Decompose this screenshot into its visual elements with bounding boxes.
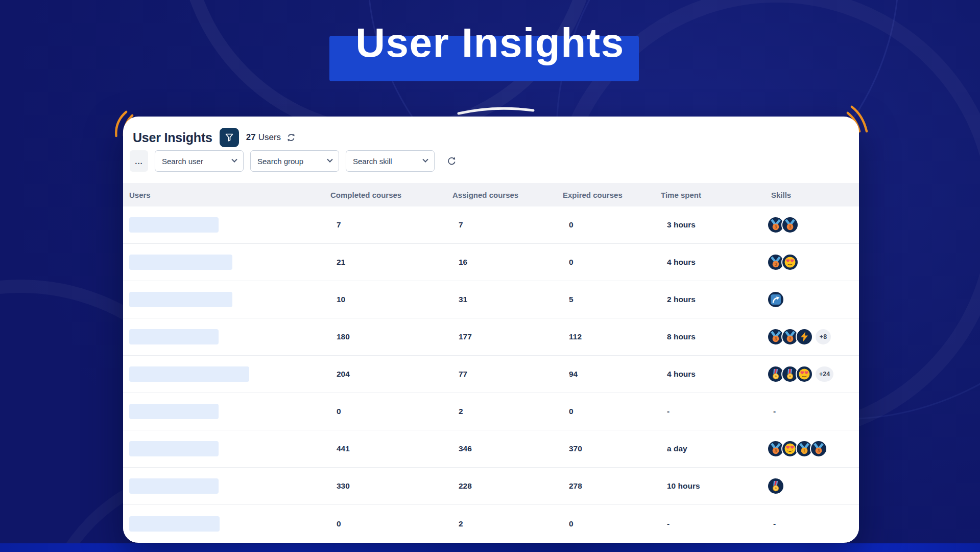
user-name-placeholder bbox=[129, 366, 249, 382]
completed-courses-cell: 441 bbox=[330, 444, 452, 453]
users-count: 27 Users bbox=[246, 132, 281, 143]
column-header: Skills bbox=[771, 191, 859, 199]
column-header: Users bbox=[129, 191, 330, 199]
completed-courses-cell: 204 bbox=[330, 370, 452, 379]
expired-courses-cell: 0 bbox=[563, 220, 661, 229]
refresh-icon[interactable] bbox=[446, 156, 457, 166]
user-cell bbox=[129, 217, 330, 233]
user-cell bbox=[129, 516, 330, 532]
time-spent-cell: 10 hours bbox=[661, 481, 771, 491]
expired-courses-cell: 112 bbox=[563, 332, 661, 341]
skill-count-badge[interactable]: +24 bbox=[815, 365, 834, 383]
expired-courses-cell: 278 bbox=[563, 481, 661, 491]
bronze-medal-icon[interactable]: 3 bbox=[781, 216, 799, 234]
table-row[interactable]: 33022827810 hours bbox=[123, 468, 859, 505]
table-row[interactable]: 20477944 hours +24 bbox=[123, 356, 859, 393]
assigned-courses-cell: 77 bbox=[452, 370, 563, 379]
lightning-icon[interactable] bbox=[796, 328, 813, 346]
skills-cell: 3 bbox=[767, 254, 859, 271]
completed-courses-cell: 0 bbox=[330, 407, 452, 416]
chevron-down-icon bbox=[231, 157, 237, 163]
filter-row: ... Search userSearch groupSearch skill bbox=[130, 150, 859, 172]
bottom-band bbox=[0, 543, 980, 552]
expired-courses-cell: 370 bbox=[563, 444, 661, 453]
dropdown-placeholder: Search skill bbox=[353, 157, 392, 166]
skill-count-badge[interactable]: +8 bbox=[815, 328, 832, 346]
search-dropdown-group[interactable]: Search group bbox=[250, 150, 339, 172]
table-row[interactable]: 441346370a day 3 1 3 bbox=[123, 430, 859, 468]
user-name-placeholder bbox=[129, 478, 219, 494]
user-cell bbox=[129, 478, 330, 494]
table-row[interactable]: 020-- bbox=[123, 505, 859, 542]
svg-text:1: 1 bbox=[803, 448, 805, 453]
swoosh-underline bbox=[456, 103, 536, 118]
search-dropdown-skill[interactable]: Search skill bbox=[346, 150, 435, 172]
heart-eyes-icon[interactable] bbox=[796, 365, 813, 383]
skills-cell: - bbox=[767, 407, 859, 416]
svg-text:3: 3 bbox=[788, 224, 791, 229]
column-header: Time spent bbox=[661, 191, 771, 199]
military-medal-icon[interactable] bbox=[767, 477, 784, 495]
expired-courses-cell: 0 bbox=[563, 407, 661, 416]
assigned-courses-cell: 177 bbox=[452, 332, 563, 341]
expired-courses-cell: 5 bbox=[563, 295, 661, 304]
user-name-placeholder bbox=[129, 217, 219, 233]
assigned-courses-cell: 346 bbox=[452, 444, 563, 453]
completed-courses-cell: 10 bbox=[330, 295, 452, 304]
time-spent-cell: - bbox=[661, 519, 771, 528]
column-header: Expired courses bbox=[563, 191, 661, 199]
chevron-down-icon bbox=[422, 157, 428, 163]
table-row[interactable]: 020-- bbox=[123, 393, 859, 430]
user-insights-card: User Insights 27 Users ... Search userSe… bbox=[123, 117, 859, 543]
skills-cell: - bbox=[767, 519, 859, 528]
search-dropdown-user[interactable]: Search user bbox=[155, 150, 244, 172]
bronze-medal-icon[interactable]: 3 bbox=[810, 440, 827, 457]
user-name-placeholder bbox=[129, 255, 232, 270]
user-cell bbox=[129, 292, 330, 307]
time-spent-cell: 3 hours bbox=[661, 220, 771, 229]
table-row[interactable]: 1801771128 hours 3 3 +8 bbox=[123, 318, 859, 356]
expired-courses-cell: 0 bbox=[563, 258, 661, 267]
user-name-placeholder bbox=[129, 404, 219, 419]
table-row[interactable]: 211604 hours 3 bbox=[123, 244, 859, 281]
table-header: UsersCompleted coursesAssigned coursesEx… bbox=[123, 183, 859, 206]
time-spent-cell: 8 hours bbox=[661, 332, 771, 341]
assigned-courses-cell: 228 bbox=[452, 481, 563, 491]
table-row[interactable]: 103152 hours bbox=[123, 281, 859, 318]
skills-cell: 3 3 +8 bbox=[767, 328, 859, 346]
assigned-courses-cell: 7 bbox=[452, 220, 563, 229]
completed-courses-cell: 180 bbox=[330, 332, 452, 341]
completed-courses-cell: 330 bbox=[330, 481, 452, 491]
filter-button[interactable] bbox=[220, 128, 239, 147]
table-row[interactable]: 7703 hours 3 3 bbox=[123, 206, 859, 244]
users-count-number: 27 bbox=[246, 132, 256, 143]
table-body: 7703 hours 3 3 211604 hours 3 103152 hou… bbox=[123, 206, 859, 542]
dropdown-placeholder: Search group bbox=[257, 157, 303, 166]
no-skills-dash: - bbox=[773, 407, 776, 416]
assigned-courses-cell: 16 bbox=[452, 258, 563, 267]
skills-cell: +24 bbox=[767, 365, 859, 383]
skills-cell: 3 3 bbox=[767, 216, 859, 234]
user-name-placeholder bbox=[129, 441, 219, 456]
column-header: Assigned courses bbox=[452, 191, 563, 199]
skills-cell bbox=[767, 477, 859, 495]
more-filters-button[interactable]: ... bbox=[130, 150, 148, 172]
column-header: Completed courses bbox=[330, 191, 452, 199]
svg-text:3: 3 bbox=[774, 224, 777, 229]
skills-cell bbox=[767, 291, 859, 308]
time-spent-cell: 4 hours bbox=[661, 258, 771, 267]
chevron-down-icon bbox=[327, 157, 332, 163]
user-cell bbox=[129, 329, 330, 344]
card-title: User Insights bbox=[133, 130, 212, 145]
time-spent-cell: 4 hours bbox=[661, 370, 771, 379]
funnel-icon bbox=[225, 133, 234, 142]
sync-icon[interactable] bbox=[286, 132, 296, 143]
user-cell bbox=[129, 441, 330, 456]
curve-arrow-icon[interactable] bbox=[767, 291, 784, 308]
assigned-courses-cell: 2 bbox=[452, 407, 563, 416]
heart-eyes-icon[interactable] bbox=[781, 254, 799, 271]
completed-courses-cell: 21 bbox=[330, 258, 452, 267]
user-name-placeholder bbox=[129, 516, 220, 532]
svg-text:3: 3 bbox=[774, 448, 777, 453]
user-cell bbox=[129, 366, 330, 382]
